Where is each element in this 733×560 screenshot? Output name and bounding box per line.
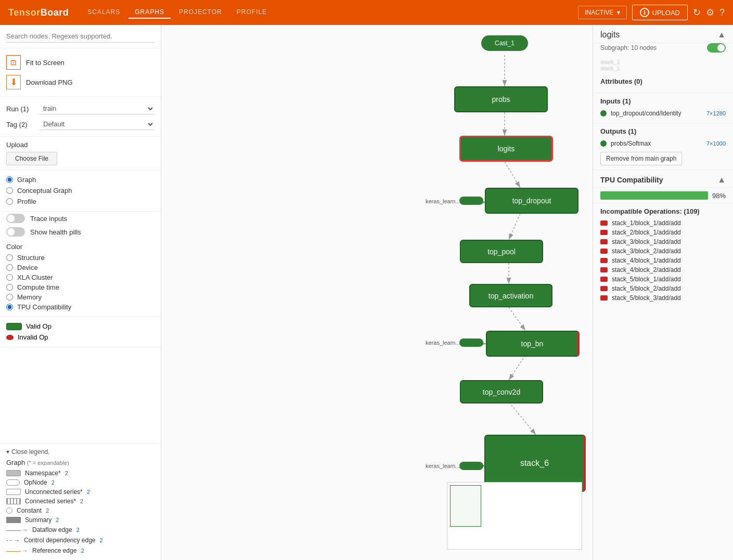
toolbar-section: ⊡ Fit to Screen ⬇ Download PNG bbox=[0, 48, 161, 97]
info-icon: ℹ bbox=[640, 8, 649, 17]
incompat-title: Incompatible Operations: (109) bbox=[600, 207, 726, 215]
show-health-toggle[interactable] bbox=[6, 227, 25, 237]
refresh-icon[interactable]: ↻ bbox=[693, 7, 701, 18]
incompat-item-5: stack_4/block_2/add/add bbox=[600, 265, 726, 275]
profile-radio-label[interactable]: Profile bbox=[17, 198, 36, 205]
structure-color-radio[interactable] bbox=[6, 254, 13, 261]
reference-arrow: ——→ bbox=[6, 546, 28, 555]
status-dropdown[interactable]: INACTIVE ▾ bbox=[578, 6, 626, 19]
keras-mini-node-2[interactable] bbox=[459, 338, 483, 347]
xla-color-radio[interactable] bbox=[6, 274, 13, 281]
help-icon[interactable]: ? bbox=[719, 7, 725, 18]
unconnected-link[interactable]: 2 bbox=[87, 489, 90, 495]
compute-color-radio[interactable] bbox=[6, 284, 13, 291]
search-section bbox=[0, 25, 161, 48]
keras-mini-node-3[interactable] bbox=[459, 462, 483, 470]
graph-radio-row: Graph bbox=[6, 174, 155, 185]
constant-link[interactable]: 2 bbox=[46, 507, 49, 514]
show-health-label: Show health pills bbox=[30, 228, 81, 236]
device-radio-row: Device bbox=[6, 263, 155, 272]
chevron-down-icon: ▾ bbox=[6, 448, 9, 455]
control-arrow: - - → bbox=[6, 536, 20, 544]
inputs-title: Inputs (1) bbox=[600, 97, 726, 105]
tpu-title: TPU Compatibility bbox=[600, 176, 663, 184]
top-conv2d-node[interactable]: top_conv2d bbox=[460, 380, 543, 403]
graph-radio[interactable] bbox=[6, 176, 13, 183]
show-health-row: Show health pills bbox=[0, 225, 161, 239]
opnode-link[interactable]: 2 bbox=[52, 479, 55, 486]
tag-select[interactable]: Default bbox=[39, 119, 155, 130]
dataflow-link[interactable]: 2 bbox=[76, 527, 80, 533]
output-node-label[interactable]: probs/Softmax bbox=[611, 140, 651, 147]
tag-row: Tag (2) Default bbox=[6, 116, 155, 132]
rp-close-button[interactable]: ▲ bbox=[717, 30, 726, 40]
svg-line-7 bbox=[509, 307, 525, 331]
cast1-node[interactable]: Cast_1 bbox=[481, 35, 528, 51]
control-link[interactable]: 2 bbox=[100, 537, 103, 543]
logits-node[interactable]: logits bbox=[459, 136, 553, 162]
download-png-button[interactable]: ⬇ bbox=[6, 75, 21, 89]
device-color-label: Device bbox=[17, 264, 38, 271]
trace-inputs-toggle[interactable] bbox=[6, 214, 25, 223]
color-label: Color bbox=[6, 243, 155, 251]
namespace-link[interactable]: 2 bbox=[65, 470, 68, 476]
svg-line-9 bbox=[509, 355, 525, 380]
top-activation-node[interactable]: top_activation bbox=[469, 284, 552, 307]
input-dot bbox=[600, 110, 607, 116]
tpu-progress-bar bbox=[600, 191, 708, 200]
input-size: 7×1280 bbox=[706, 110, 726, 116]
opnode-shape bbox=[6, 479, 20, 486]
legend-opnode: OpNode 2 bbox=[6, 478, 155, 487]
device-color-radio[interactable] bbox=[6, 264, 13, 271]
settings-icon[interactable]: ⚙ bbox=[706, 7, 714, 18]
main-layout: ⊡ Fit to Screen ⬇ Download PNG Run (1) t… bbox=[0, 25, 733, 560]
memory-color-label: Memory bbox=[17, 293, 42, 301]
legend-section: ▾ Close legend. Graph (* = expandable) N… bbox=[0, 444, 161, 560]
fit-to-screen-button[interactable]: ⊡ bbox=[6, 55, 21, 70]
run-tag-section: Run (1) train Tag (2) Default bbox=[0, 97, 161, 137]
nav-scalars[interactable]: SCALARS bbox=[81, 6, 126, 19]
graph-radio-label[interactable]: Graph bbox=[17, 176, 36, 184]
top-dropout-node[interactable]: top_dropout bbox=[485, 188, 578, 214]
incompat-item-3: stack_3/block_2/add/add bbox=[600, 246, 726, 256]
profile-radio[interactable] bbox=[6, 198, 13, 205]
input-node-label[interactable]: top_dropout/cond/Identity bbox=[611, 110, 681, 117]
compute-radio-row: Compute time bbox=[6, 282, 155, 292]
close-legend-btn[interactable]: ▾ Close legend. bbox=[6, 448, 155, 455]
run-select[interactable]: train bbox=[39, 103, 155, 114]
subgraph-toggle[interactable] bbox=[707, 43, 726, 53]
probs-node[interactable]: probs bbox=[454, 86, 548, 112]
top-bn-node[interactable]: top_bn bbox=[486, 331, 580, 357]
upload-button[interactable]: ℹ UPLOAD bbox=[632, 5, 688, 20]
nav-graphs[interactable]: GRAPHS bbox=[128, 6, 171, 19]
nav-profile[interactable]: PROFILE bbox=[230, 6, 273, 19]
incompat-item-0: stack_1/block_1/add/add bbox=[600, 218, 726, 228]
unconnected-shape bbox=[6, 489, 21, 495]
incompat-dot-1 bbox=[600, 230, 608, 235]
svg-line-10 bbox=[509, 402, 536, 435]
tpu-collapse-button[interactable]: ▲ bbox=[717, 175, 726, 185]
conceptual-radio-label[interactable]: Conceptual Graph bbox=[17, 187, 72, 194]
summary-link[interactable]: 2 bbox=[56, 517, 59, 523]
choose-file-button[interactable]: Choose File bbox=[6, 152, 57, 165]
legend-control: - - → Control dependency edge 2 bbox=[6, 535, 155, 545]
tpu-color-label: TPU Compatibility bbox=[17, 303, 71, 311]
remove-from-graph-button[interactable]: Remove from main graph bbox=[600, 152, 682, 165]
keras-mini-node-1[interactable] bbox=[459, 197, 483, 205]
tpu-color-radio[interactable] bbox=[6, 304, 13, 310]
conceptual-radio[interactable] bbox=[6, 187, 13, 194]
download-png-label[interactable]: Download PNG bbox=[26, 79, 73, 86]
minimap[interactable] bbox=[447, 482, 582, 550]
memory-color-radio[interactable] bbox=[6, 294, 13, 301]
valid-op-indicator bbox=[6, 323, 22, 330]
download-icon: ⬇ bbox=[10, 76, 18, 88]
connected-link[interactable]: 2 bbox=[80, 498, 83, 504]
fit-to-screen-label[interactable]: Fit to Screen bbox=[26, 59, 65, 67]
legend-reference: ——→ Reference edge 2 bbox=[6, 545, 155, 556]
nav-projector[interactable]: PROJECTOR bbox=[173, 6, 228, 19]
top-pool-node[interactable]: top_pool bbox=[460, 240, 543, 263]
search-input[interactable] bbox=[6, 30, 155, 43]
rp-node-title: logits bbox=[600, 30, 620, 40]
valid-op-row: Valid Op bbox=[6, 321, 155, 332]
reference-link[interactable]: 2 bbox=[81, 548, 84, 554]
